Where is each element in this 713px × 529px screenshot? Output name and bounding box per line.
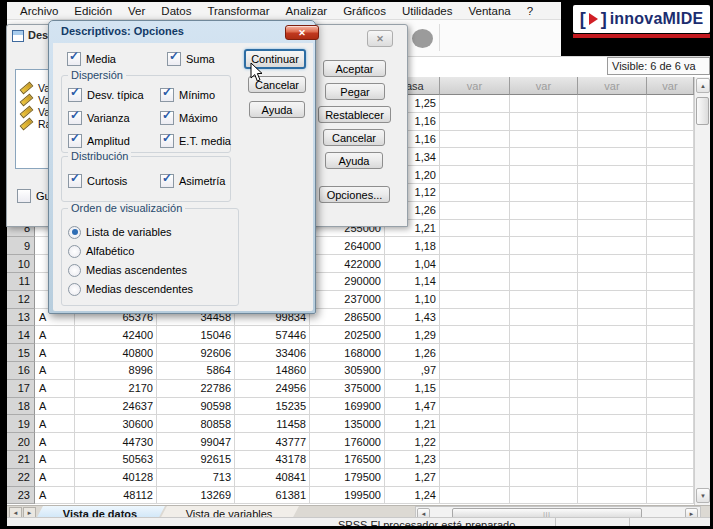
- table-cell[interactable]: [578, 380, 647, 398]
- table-cell[interactable]: 15235: [235, 398, 310, 416]
- table-cell[interactable]: [578, 113, 647, 131]
- table-cell[interactable]: [510, 415, 578, 433]
- table-cell[interactable]: 22786: [157, 380, 235, 398]
- table-cell[interactable]: [647, 469, 694, 487]
- table-cell[interactable]: 305900: [310, 362, 385, 380]
- row-number[interactable]: 9: [7, 237, 35, 255]
- table-cell[interactable]: [647, 380, 694, 398]
- table-cell[interactable]: 43777: [235, 433, 310, 451]
- menu-graficos[interactable]: Gráficos: [335, 3, 394, 19]
- table-cell[interactable]: [647, 398, 694, 416]
- menu-[interactable]: ?: [519, 3, 541, 19]
- table-cell[interactable]: 1,04: [385, 255, 440, 273]
- table-cell[interactable]: [578, 291, 647, 309]
- table-cell[interactable]: 176500: [310, 451, 385, 469]
- table-cell[interactable]: 44730: [75, 433, 157, 451]
- table-cell[interactable]: [647, 291, 694, 309]
- table-cell[interactable]: [440, 469, 510, 487]
- table-cell[interactable]: [440, 291, 510, 309]
- checkbox-curtosis[interactable]: ✓Curtosis: [68, 174, 127, 188]
- table-cell[interactable]: 61381: [235, 487, 310, 505]
- row-number[interactable]: 20: [7, 433, 35, 451]
- row-number[interactable]: 10: [7, 255, 35, 273]
- menu-utilidades[interactable]: Utilidades: [394, 3, 461, 19]
- table-cell[interactable]: 1,15: [385, 380, 440, 398]
- table-cell[interactable]: A: [35, 469, 75, 487]
- table-cell[interactable]: [578, 131, 647, 149]
- table-cell[interactable]: 1,21: [385, 415, 440, 433]
- table-cell[interactable]: [510, 131, 578, 149]
- table-cell[interactable]: [647, 326, 694, 344]
- table-cell[interactable]: [578, 344, 647, 362]
- table-cell[interactable]: 99047: [157, 433, 235, 451]
- table-cell[interactable]: 1,14: [385, 273, 440, 291]
- table-cell[interactable]: [647, 487, 694, 505]
- row-number[interactable]: 21: [7, 451, 35, 469]
- row-number[interactable]: 15: [7, 344, 35, 362]
- table-cell[interactable]: 1,10: [385, 291, 440, 309]
- table-cell[interactable]: [510, 113, 578, 131]
- table-cell[interactable]: [578, 451, 647, 469]
- table-cell[interactable]: A: [35, 433, 75, 451]
- table-cell[interactable]: [440, 255, 510, 273]
- table-cell[interactable]: 13269: [157, 487, 235, 505]
- table-cell[interactable]: 5864: [157, 362, 235, 380]
- table-cell[interactable]: 92606: [157, 344, 235, 362]
- table-cell[interactable]: [510, 469, 578, 487]
- table-cell[interactable]: [647, 273, 694, 291]
- table-cell[interactable]: [578, 255, 647, 273]
- table-cell[interactable]: A: [35, 326, 75, 344]
- table-cell[interactable]: 43178: [235, 451, 310, 469]
- table-cell[interactable]: 135000: [310, 415, 385, 433]
- table-cell[interactable]: 290000: [310, 273, 385, 291]
- table-cell[interactable]: 80858: [157, 415, 235, 433]
- table-cell[interactable]: [440, 237, 510, 255]
- table-cell[interactable]: ,97: [385, 362, 440, 380]
- table-cell[interactable]: [440, 131, 510, 149]
- checkbox-asimetria[interactable]: ✓Asimetría: [160, 174, 225, 188]
- menu-analizar[interactable]: Analizar: [278, 3, 336, 19]
- table-cell[interactable]: [440, 95, 510, 113]
- table-cell[interactable]: [647, 433, 694, 451]
- table-cell[interactable]: [578, 326, 647, 344]
- table-cell[interactable]: [578, 487, 647, 505]
- table-cell[interactable]: 1,47: [385, 398, 440, 416]
- table-cell[interactable]: [647, 148, 694, 166]
- scroll-up-button[interactable]: ▲: [696, 78, 710, 93]
- row-number[interactable]: 11: [7, 273, 35, 291]
- table-cell[interactable]: 1,22: [385, 433, 440, 451]
- table-cell[interactable]: 50563: [75, 451, 157, 469]
- table-cell[interactable]: 168000: [310, 344, 385, 362]
- table-cell[interactable]: [647, 131, 694, 149]
- table-cell[interactable]: [647, 344, 694, 362]
- table-cell[interactable]: 422000: [310, 255, 385, 273]
- table-cell[interactable]: [647, 113, 694, 131]
- table-cell[interactable]: [510, 398, 578, 416]
- scroll-down-button[interactable]: ▼: [696, 488, 710, 503]
- table-cell[interactable]: [647, 166, 694, 184]
- row-number[interactable]: 16: [7, 362, 35, 380]
- table-cell[interactable]: [440, 273, 510, 291]
- table-cell[interactable]: [510, 202, 578, 220]
- table-cell[interactable]: [510, 291, 578, 309]
- table-cell[interactable]: [440, 326, 510, 344]
- table-cell[interactable]: [647, 184, 694, 202]
- menu-edicion[interactable]: Edición: [66, 3, 120, 19]
- table-cell[interactable]: [440, 166, 510, 184]
- close-icon[interactable]: ✕: [367, 30, 393, 47]
- table-cell[interactable]: [510, 148, 578, 166]
- vertical-scrollbar[interactable]: ▲ ▼: [694, 77, 710, 505]
- table-cell[interactable]: [510, 220, 578, 238]
- menu-archivo[interactable]: Archivo: [12, 3, 66, 19]
- table-cell[interactable]: [510, 433, 578, 451]
- toolbar-icon[interactable]: [412, 29, 433, 48]
- table-cell[interactable]: [578, 273, 647, 291]
- radio-listadevariables[interactable]: Lista de variables: [68, 225, 172, 239]
- table-cell[interactable]: [510, 166, 578, 184]
- column-header-var[interactable]: var: [647, 77, 694, 95]
- table-cell[interactable]: 48112: [75, 487, 157, 505]
- table-cell[interactable]: 1,23: [385, 451, 440, 469]
- table-cell[interactable]: 1,24: [385, 487, 440, 505]
- table-cell[interactable]: 24956: [235, 380, 310, 398]
- table-cell[interactable]: [440, 309, 510, 327]
